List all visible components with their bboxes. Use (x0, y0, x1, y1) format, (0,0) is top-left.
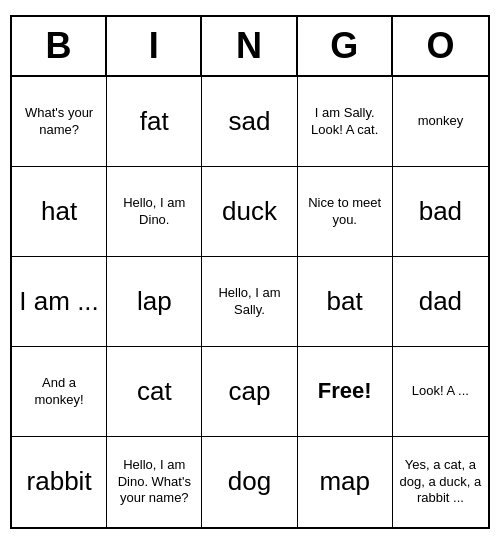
bingo-cell-18: Free! (298, 347, 393, 437)
bingo-cell-20: rabbit (12, 437, 107, 527)
bingo-cell-5: hat (12, 167, 107, 257)
bingo-cell-10: I am ... (12, 257, 107, 347)
bingo-cell-4: monkey (393, 77, 488, 167)
bingo-cell-23: map (298, 437, 393, 527)
bingo-cell-21: Hello, I am Dino. What's your name? (107, 437, 202, 527)
bingo-cell-1: fat (107, 77, 202, 167)
bingo-card: BINGO What's your name?fatsadI am Sally.… (10, 15, 490, 529)
header-letter-g: G (298, 17, 393, 75)
header-letter-i: I (107, 17, 202, 75)
bingo-cell-7: duck (202, 167, 297, 257)
bingo-cell-3: I am Sally. Look! A cat. (298, 77, 393, 167)
bingo-cell-17: cap (202, 347, 297, 437)
bingo-cell-15: And a monkey! (12, 347, 107, 437)
bingo-header: BINGO (12, 17, 488, 77)
bingo-cell-11: lap (107, 257, 202, 347)
bingo-grid: What's your name?fatsadI am Sally. Look!… (12, 77, 488, 527)
header-letter-o: O (393, 17, 488, 75)
bingo-cell-9: bad (393, 167, 488, 257)
bingo-cell-6: Hello, I am Dino. (107, 167, 202, 257)
bingo-cell-0: What's your name? (12, 77, 107, 167)
bingo-cell-8: Nice to meet you. (298, 167, 393, 257)
bingo-cell-13: bat (298, 257, 393, 347)
header-letter-n: N (202, 17, 297, 75)
bingo-cell-24: Yes, a cat, a dog, a duck, a rabbit ... (393, 437, 488, 527)
bingo-cell-14: dad (393, 257, 488, 347)
bingo-cell-2: sad (202, 77, 297, 167)
bingo-cell-16: cat (107, 347, 202, 437)
bingo-cell-12: Hello, I am Sally. (202, 257, 297, 347)
bingo-cell-22: dog (202, 437, 297, 527)
bingo-cell-19: Look! A ... (393, 347, 488, 437)
header-letter-b: B (12, 17, 107, 75)
